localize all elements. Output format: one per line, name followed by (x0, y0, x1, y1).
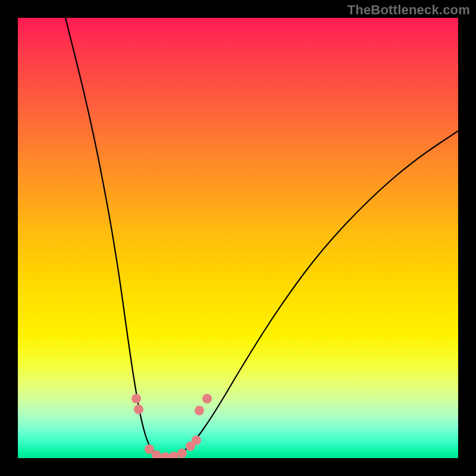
data-marker (177, 449, 187, 458)
data-marker (134, 405, 143, 414)
data-marker (131, 394, 141, 403)
chart-frame: TheBottleneck.com (0, 0, 476, 476)
left-branch-curve (65, 18, 167, 457)
curve-group (65, 18, 458, 457)
data-marker (169, 452, 178, 458)
data-marker (161, 452, 170, 458)
chart-svg (18, 18, 458, 458)
watermark-text: TheBottleneck.com (347, 2, 470, 18)
data-marker (192, 436, 201, 445)
data-marker (195, 406, 204, 415)
plot-area (18, 18, 458, 458)
data-marker (202, 394, 212, 403)
right-branch-curve (167, 131, 458, 457)
